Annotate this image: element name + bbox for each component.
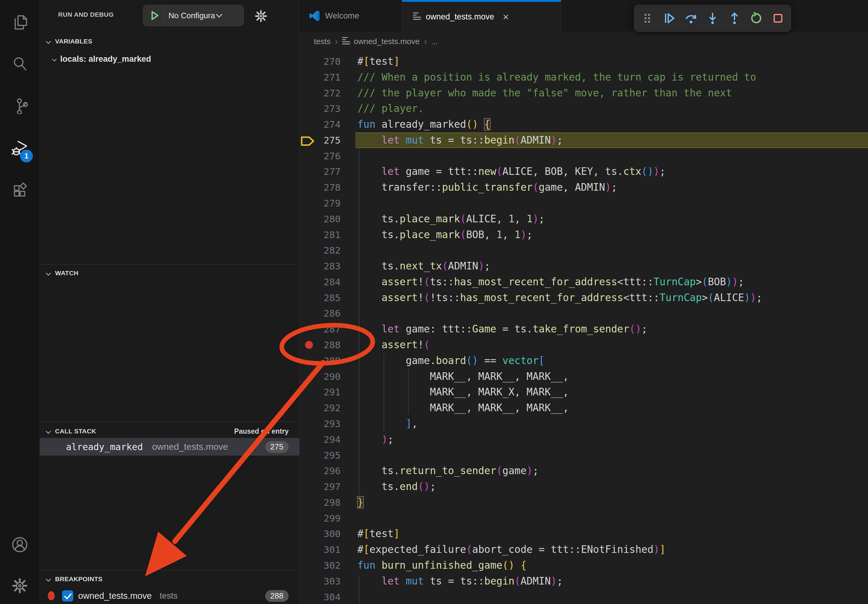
- source-control-icon[interactable]: [0, 96, 40, 116]
- line-number-286[interactable]: 286: [312, 305, 341, 321]
- drag-grip-icon[interactable]: [639, 9, 656, 27]
- tab-welcome[interactable]: Welcome: [299, 0, 402, 32]
- code-text: let game: ttt::Game = ts.take_from_sende…: [357, 321, 648, 337]
- code-line-301: 301#[expected_failure(abort_code = ttt::…: [299, 542, 868, 558]
- breadcrumb-chevron-icon: ›: [335, 36, 338, 46]
- tab-owned-tests-move[interactable]: owned_tests.move ×: [402, 0, 561, 32]
- code-text: #[expected_failure(abort_code = ttt::ENo…: [357, 542, 665, 558]
- chevron-down-icon: [46, 271, 51, 276]
- code-line-277: 277 let game = ttt::new(ALICE, BOB, KEY,…: [299, 164, 868, 180]
- line-number-285[interactable]: 285: [312, 290, 341, 306]
- line-number-275[interactable]: 275: [312, 132, 341, 148]
- code-text: ts.return_to_sender(game);: [357, 463, 539, 479]
- extensions-icon[interactable]: [0, 181, 40, 201]
- line-number-293[interactable]: 293: [312, 416, 341, 432]
- code-line-285: 285 assert!(!ts::has_most_recent_for_add…: [299, 290, 868, 306]
- line-number-290[interactable]: 290: [312, 369, 341, 384]
- variables-section-header[interactable]: VARIABLES: [40, 34, 299, 49]
- code-line-280: 280 ts.place_mark(ALICE, 1, 1);: [299, 211, 868, 227]
- account-icon[interactable]: [0, 535, 40, 555]
- watch-section-header[interactable]: WATCH: [40, 265, 299, 281]
- line-number-300[interactable]: 300: [312, 526, 341, 542]
- line-number-284[interactable]: 284: [312, 274, 341, 290]
- run-and-debug-sidebar: RUN AND DEBUG No Configura VARIABLES loc…: [40, 0, 299, 604]
- line-number-277[interactable]: 277: [312, 164, 341, 180]
- code-text: MARK__, MARK_X, MARK__,: [357, 384, 569, 400]
- code-text: let game = ttt::new(ALICE, BOB, KEY, ts.…: [357, 164, 665, 180]
- breakpoints-section-header[interactable]: BREAKPOINTS: [40, 571, 299, 587]
- line-number-278[interactable]: 278: [312, 180, 341, 195]
- breadcrumb-chevron-icon: ›: [424, 36, 427, 46]
- code-text: MARK__, MARK__, MARK__,: [357, 369, 569, 384]
- restart-icon[interactable]: [747, 9, 765, 27]
- line-number-298[interactable]: 298: [312, 494, 341, 510]
- code-editor[interactable]: 270#[test]271/// When a position is alre…: [299, 51, 868, 604]
- line-number-271[interactable]: 271: [312, 69, 341, 85]
- code-text: }: [357, 494, 363, 510]
- code-line-289: 289 game.board() == vector[: [299, 353, 868, 369]
- call-stack-frame-row[interactable]: already_marked owned_tests.move 275: [40, 438, 299, 455]
- code-line-273: 273/// player.: [299, 101, 868, 116]
- debug-settings-gear-icon[interactable]: [251, 6, 271, 26]
- step-out-icon[interactable]: [726, 9, 743, 27]
- line-number-281[interactable]: 281: [312, 227, 341, 243]
- code-line-302: 302fun burn_unfinished_game() {: [299, 558, 868, 573]
- code-line-270: 270#[test]: [299, 54, 868, 69]
- line-number-282[interactable]: 282: [312, 242, 341, 258]
- line-number-301[interactable]: 301: [312, 542, 341, 558]
- line-number-288[interactable]: 288: [312, 337, 341, 353]
- continue-icon[interactable]: [660, 9, 678, 27]
- line-number-280[interactable]: 280: [312, 211, 341, 227]
- line-number-274[interactable]: 274: [312, 116, 341, 132]
- line-number-279[interactable]: 279: [312, 195, 341, 211]
- close-tab-icon[interactable]: ×: [503, 12, 509, 22]
- call-stack-section-header[interactable]: CALL STACK Paused on entry: [40, 423, 299, 439]
- variables-scope-locals[interactable]: locals: already_marked: [40, 51, 299, 67]
- frame-line-badge: 275: [265, 441, 288, 453]
- line-number-296[interactable]: 296: [312, 463, 341, 479]
- breakpoint-enabled-checkbox[interactable]: [62, 590, 73, 602]
- explorer-icon[interactable]: [0, 12, 40, 32]
- code-line-279: 279: [299, 195, 868, 211]
- code-line-298: 298}: [299, 494, 868, 510]
- breadcrumb-symbol[interactable]: ...: [431, 37, 438, 46]
- code-text: #[test]: [357, 526, 400, 542]
- line-number-273[interactable]: 273: [312, 101, 341, 116]
- line-number-303[interactable]: 303: [312, 573, 341, 589]
- step-into-icon[interactable]: [704, 9, 721, 27]
- line-number-289[interactable]: 289: [312, 353, 341, 369]
- line-number-283[interactable]: 283: [312, 258, 341, 274]
- debug-session-count-badge: 1: [20, 150, 33, 163]
- breadcrumb-folder[interactable]: tests: [314, 37, 330, 46]
- breadcrumb-file[interactable]: owned_tests.move: [354, 37, 420, 46]
- stop-icon[interactable]: [769, 9, 787, 27]
- code-text: assert!(ts::has_most_recent_for_address<…: [357, 274, 744, 290]
- code-line-290: 290 MARK__, MARK__, MARK__,: [299, 369, 868, 384]
- line-number-294[interactable]: 294: [312, 432, 341, 448]
- line-number-276[interactable]: 276: [312, 148, 341, 164]
- section-divider: [40, 570, 299, 570]
- code-line-288: 288 assert!(: [299, 337, 868, 353]
- run-and-debug-icon[interactable]: 1: [0, 139, 40, 159]
- line-number-295[interactable]: 295: [312, 448, 341, 463]
- line-number-297[interactable]: 297: [312, 479, 341, 494]
- code-line-291: 291 MARK__, MARK_X, MARK__,: [299, 384, 868, 400]
- search-icon[interactable]: [0, 54, 40, 74]
- debug-config-dropdown[interactable]: No Configura: [143, 5, 244, 26]
- line-number-291[interactable]: 291: [312, 384, 341, 400]
- code-text: let mut ts = ts::begin(ADMIN);: [357, 573, 563, 589]
- line-number-302[interactable]: 302: [312, 558, 341, 573]
- step-over-icon[interactable]: [682, 9, 700, 27]
- debug-toolbar: [634, 5, 791, 32]
- line-number-287[interactable]: 287: [312, 321, 341, 337]
- breakpoint-list-item[interactable]: owned_tests.move tests 288: [40, 588, 299, 604]
- section-divider: [40, 421, 299, 422]
- code-text: ts.place_mark(ALICE, 1, 1);: [357, 211, 545, 227]
- line-number-304[interactable]: 304: [312, 589, 341, 604]
- breakpoint-folder-name: tests: [160, 591, 178, 601]
- line-number-299[interactable]: 299: [312, 510, 341, 526]
- line-number-270[interactable]: 270: [312, 54, 341, 69]
- line-number-272[interactable]: 272: [312, 85, 341, 101]
- settings-gear-icon[interactable]: [0, 576, 40, 596]
- line-number-292[interactable]: 292: [312, 400, 341, 416]
